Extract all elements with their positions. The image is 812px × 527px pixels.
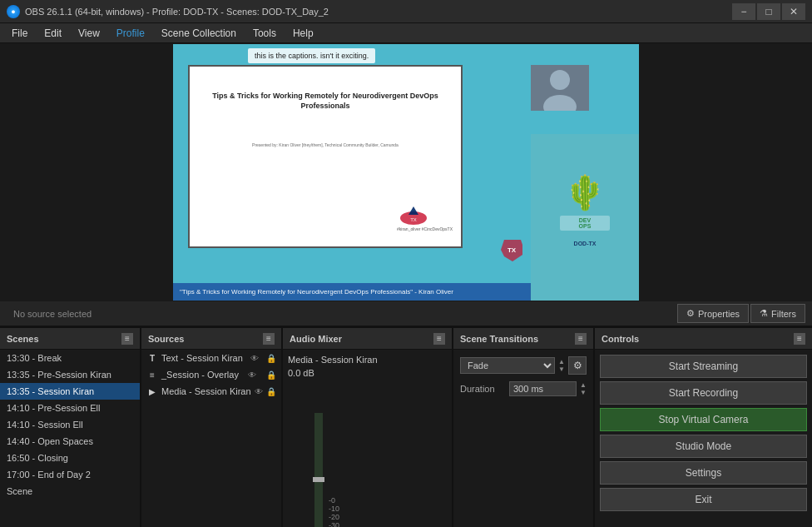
duration-arrows: ▲ ▼ bbox=[580, 381, 587, 396]
webcam-feed bbox=[531, 65, 589, 111]
audio-scale: -0 -10 -20 -30 -40 -60 bbox=[325, 496, 339, 527]
meter-bar-left bbox=[288, 413, 300, 527]
exit-button[interactable]: Exit bbox=[600, 488, 807, 511]
devops-branding: 🌵 DEVOPS DOD-TX bbox=[531, 134, 639, 301]
properties-label: Properties bbox=[698, 309, 740, 319]
scale-20: -20 bbox=[329, 513, 339, 521]
scene-item[interactable]: Scene bbox=[0, 483, 140, 500]
caption-text: this is the captions. isn't it exciting. bbox=[255, 52, 369, 60]
scenes-panel: Scenes ≡ 13:30 - Break 13:35 - Pre-Sessi… bbox=[0, 328, 141, 527]
scene-item-active[interactable]: 13:35 - Session Kiran bbox=[0, 383, 140, 400]
controls-menu-icon[interactable]: ≡ bbox=[794, 333, 805, 345]
menu-view[interactable]: View bbox=[70, 26, 108, 41]
sources-title: Sources bbox=[148, 334, 184, 344]
properties-tab[interactable]: ⚙ Properties bbox=[677, 304, 749, 323]
scale-10: -10 bbox=[329, 505, 339, 513]
meter-bar-right bbox=[301, 413, 313, 527]
studio-mode-button[interactable]: Studio Mode bbox=[600, 435, 807, 458]
menu-help[interactable]: Help bbox=[285, 26, 322, 41]
settings-button[interactable]: Settings bbox=[600, 461, 807, 485]
fade-row: Fade Cut Swipe Slide ▲ ▼ ⚙ bbox=[460, 356, 587, 375]
gear-icon: ⚙ bbox=[686, 308, 695, 319]
controls-panel: Controls ≡ Start Streaming Start Recordi… bbox=[595, 328, 812, 527]
eye-icon[interactable]: 👁 bbox=[255, 387, 263, 396]
banner-text: "Tips & Tricks for Working Remotely for … bbox=[180, 288, 453, 296]
svg-text:TX: TX bbox=[508, 246, 517, 254]
scene-item[interactable]: 13:30 - Break bbox=[0, 350, 140, 366]
controls-content: Start Streaming Start Recording Stop Vir… bbox=[595, 350, 812, 527]
start-streaming-button[interactable]: Start Streaming bbox=[600, 355, 807, 378]
svg-text:DOD-TX: DOD-TX bbox=[574, 241, 597, 246]
svg-marker-2 bbox=[408, 206, 418, 215]
audio-content: Media - Session Kiran 0.0 dB -0 -10 bbox=[283, 350, 452, 527]
filter-icon: ⚗ bbox=[760, 308, 768, 319]
bottom-panel: Scenes ≡ 13:30 - Break 13:35 - Pre-Sessi… bbox=[0, 326, 812, 527]
minimize-button[interactable]: − bbox=[732, 3, 755, 20]
filters-tab[interactable]: ⚗ Filters bbox=[750, 304, 805, 323]
text-source-icon: T bbox=[146, 352, 158, 364]
sources-panel: Sources ≡ T Text - Session Kiran 👁 🔒 ≡ _… bbox=[141, 328, 283, 527]
obs-icon: ● bbox=[7, 5, 20, 18]
controls-header: Controls ≡ bbox=[595, 328, 812, 350]
scene-item[interactable]: 16:50 - Closing bbox=[0, 450, 140, 466]
close-button[interactable]: ✕ bbox=[782, 3, 805, 20]
duration-row: Duration ▲ ▼ bbox=[460, 381, 587, 396]
maximize-button[interactable]: □ bbox=[757, 3, 780, 20]
titlebar-left: ● OBS 26.1.1 (64-bit, windows) - Profile… bbox=[7, 5, 329, 18]
source-label: Text - Session Kiran bbox=[161, 353, 243, 363]
audio-title: Audio Mixer bbox=[290, 334, 342, 344]
slide-title: Tips & Tricks for Working Remotely for N… bbox=[190, 67, 461, 117]
source-item-text[interactable]: T Text - Session Kiran 👁 🔒 bbox=[141, 350, 281, 366]
duration-input[interactable] bbox=[509, 381, 577, 396]
eye-icon[interactable]: 👁 bbox=[250, 354, 259, 363]
sources-menu-icon[interactable]: ≡ bbox=[263, 333, 275, 345]
scene-item[interactable]: 14:40 - Open Spaces bbox=[0, 433, 140, 450]
svg-point-4 bbox=[550, 70, 570, 90]
eye-icon[interactable]: 👁 bbox=[248, 370, 256, 380]
lock-icon[interactable]: 🔒 bbox=[266, 354, 276, 363]
scenes-list: 13:30 - Break 13:35 - Pre-Session Kiran … bbox=[0, 350, 140, 527]
svg-text:TX: TX bbox=[410, 217, 417, 222]
slide-content: Tips & Tricks for Working Remotely for N… bbox=[188, 65, 463, 248]
transition-gear-button[interactable]: ⚙ bbox=[568, 356, 587, 375]
menu-edit[interactable]: Edit bbox=[36, 26, 70, 41]
transitions-content: Fade Cut Swipe Slide ▲ ▼ ⚙ Duration ▲ ▼ bbox=[453, 350, 593, 527]
preview-canvas: this is the captions. isn't it exciting.… bbox=[173, 44, 639, 301]
audio-header: Audio Mixer ≡ bbox=[283, 328, 452, 350]
titlebar-controls[interactable]: − □ ✕ bbox=[732, 3, 805, 20]
scene-item[interactable]: 14:10 - Session Ell bbox=[0, 416, 140, 433]
window-title: OBS 26.1.1 (64-bit, windows) - Profile: … bbox=[25, 7, 329, 17]
source-item-media[interactable]: ▶ Media - Session Kiran 👁 🔒 bbox=[141, 383, 281, 400]
menubar: File Edit View Profile Scene Collection … bbox=[0, 23, 812, 43]
scale-0: -0 bbox=[329, 496, 339, 505]
media-source-icon: ▶ bbox=[146, 385, 158, 397]
source-label: Media - Session Kiran bbox=[161, 386, 251, 396]
lock-icon[interactable]: 🔒 bbox=[266, 387, 276, 396]
caption-overlay: this is the captions. isn't it exciting. bbox=[248, 48, 375, 63]
source-item-group[interactable]: ≡ _Session - Overlay 👁 🔒 bbox=[141, 366, 281, 383]
prop-filter-bar: No source selected ⚙ Properties ⚗ Filter… bbox=[0, 301, 812, 326]
transition-select[interactable]: Fade Cut Swipe Slide bbox=[460, 357, 555, 374]
menu-file[interactable]: File bbox=[3, 26, 36, 41]
scenes-header: Scenes ≡ bbox=[0, 328, 140, 350]
menu-profile[interactable]: Profile bbox=[108, 26, 153, 41]
meter-fill-right bbox=[301, 413, 313, 527]
transition-arrows: ▲ ▼ bbox=[558, 358, 565, 373]
scene-item[interactable]: 17:00 - End of Day 2 bbox=[0, 466, 140, 483]
menu-tools[interactable]: Tools bbox=[245, 26, 285, 41]
start-recording-button[interactable]: Start Recording bbox=[600, 381, 807, 405]
filters-label: Filters bbox=[771, 309, 796, 319]
audio-menu-icon[interactable]: ≡ bbox=[433, 333, 445, 345]
stop-virtual-camera-button[interactable]: Stop Virtual Camera bbox=[600, 408, 807, 431]
audio-db-value: 0.0 dB bbox=[288, 368, 447, 378]
lock-icon[interactable]: 🔒 bbox=[266, 370, 276, 380]
transitions-menu-icon[interactable]: ≡ bbox=[575, 333, 587, 345]
scenes-menu-icon[interactable]: ≡ bbox=[121, 333, 133, 345]
scene-item[interactable]: 14:10 - Pre-Session Ell bbox=[0, 400, 140, 416]
scenes-title: Scenes bbox=[7, 334, 39, 344]
scene-item[interactable]: 13:35 - Pre-Session Kiran bbox=[0, 366, 140, 383]
fader-handle[interactable] bbox=[313, 477, 324, 482]
audio-meter: -0 -10 -20 -30 -40 -60 bbox=[288, 381, 447, 527]
scale-30: -30 bbox=[329, 521, 339, 527]
menu-scene-collection[interactable]: Scene Collection bbox=[153, 26, 245, 41]
